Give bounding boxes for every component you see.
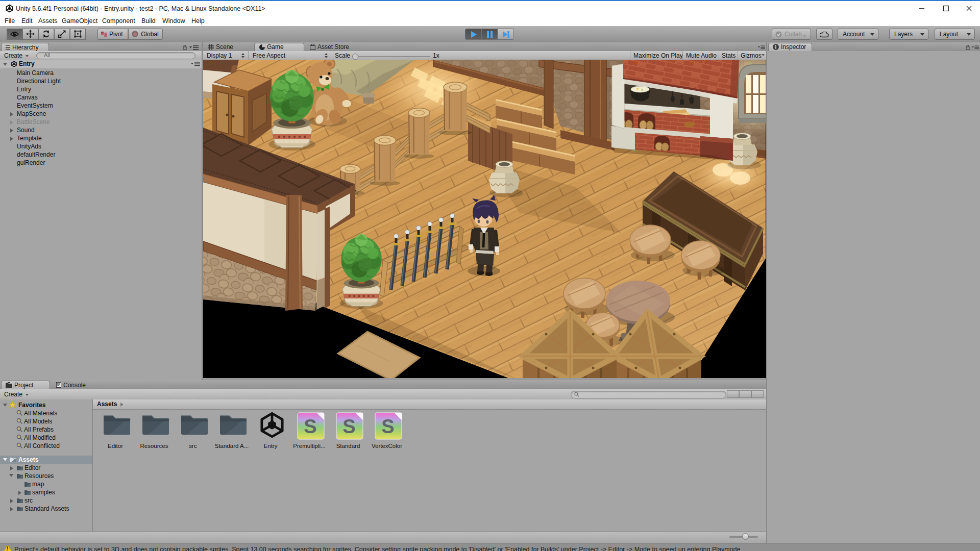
svg-text:S: S: [342, 416, 355, 437]
svg-text:S: S: [381, 416, 394, 437]
svg-text:S: S: [304, 416, 316, 437]
